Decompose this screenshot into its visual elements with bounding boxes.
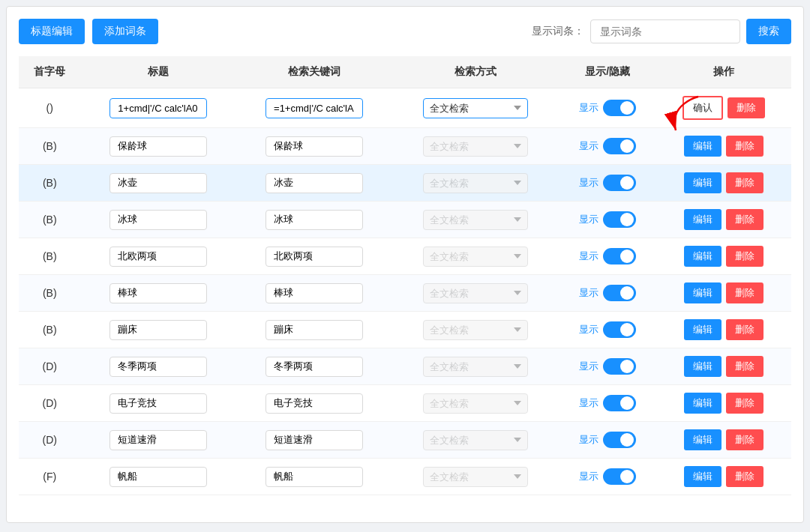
cell-ops: 编辑删除	[657, 385, 791, 422]
search-method-select[interactable]: 全文检索	[423, 393, 528, 414]
keyword-input[interactable]	[266, 98, 363, 118]
edit-button[interactable]: 编辑	[684, 466, 722, 487]
delete-button[interactable]: 删除	[728, 97, 765, 118]
toggle-switch[interactable]	[603, 211, 636, 228]
toggle-switch[interactable]	[603, 248, 636, 265]
title-input[interactable]	[110, 283, 207, 303]
search-method-select[interactable]: 全文检索	[423, 430, 528, 450]
cell-method: 全文检索	[392, 312, 559, 348]
title-input[interactable]	[110, 357, 207, 377]
search-method-select[interactable]: 全文检索	[423, 357, 528, 377]
edit-title-button[interactable]: 标题编辑	[19, 19, 85, 44]
table-row: ()全文检索显示确认删除	[19, 88, 791, 128]
cell-visibility: 显示	[559, 202, 657, 238]
title-input[interactable]	[110, 393, 207, 414]
search-method-select[interactable]: 全文检索	[423, 320, 528, 340]
delete-button[interactable]: 删除	[726, 136, 764, 157]
keyword-input[interactable]	[266, 467, 363, 487]
toggle-label: 显示	[579, 176, 598, 190]
toggle-switch[interactable]	[603, 138, 636, 154]
col-header-method: 检索方式	[392, 56, 559, 88]
edit-button[interactable]: 编辑	[684, 429, 722, 450]
col-header-ops: 操作	[657, 56, 791, 88]
search-input[interactable]	[590, 19, 740, 43]
toggle-slider	[603, 468, 636, 485]
search-method-select[interactable]: 全文检索	[423, 283, 528, 303]
delete-button[interactable]: 删除	[726, 319, 764, 340]
edit-button[interactable]: 编辑	[684, 209, 722, 230]
cell-keyword	[236, 88, 392, 128]
title-input[interactable]	[110, 430, 207, 450]
edit-button[interactable]: 编辑	[684, 393, 722, 414]
toggle-slider	[603, 321, 636, 338]
cell-letter: ()	[19, 88, 81, 128]
toggle-switch[interactable]	[603, 285, 636, 301]
title-input[interactable]	[110, 247, 207, 267]
title-input[interactable]	[110, 136, 207, 157]
cell-letter: (D)	[19, 385, 81, 422]
delete-button[interactable]: 删除	[726, 209, 764, 230]
edit-button[interactable]: 编辑	[684, 282, 722, 303]
keyword-input[interactable]	[266, 173, 363, 193]
delete-button[interactable]: 删除	[726, 356, 764, 377]
keyword-input[interactable]	[266, 247, 363, 267]
cell-ops: 编辑删除	[657, 422, 791, 459]
title-input[interactable]	[110, 210, 207, 230]
cell-method: 全文检索	[392, 238, 559, 275]
table-row: (B)全文检索显示编辑删除	[19, 275, 791, 312]
edit-button[interactable]: 编辑	[684, 246, 722, 267]
cell-method: 全文检索	[392, 348, 559, 385]
keyword-input[interactable]	[266, 136, 363, 157]
table-row: (B)全文检索显示编辑删除	[19, 312, 791, 348]
cell-method: 全文检索	[392, 422, 559, 459]
search-button[interactable]: 搜索	[746, 19, 791, 44]
delete-button[interactable]: 删除	[726, 429, 764, 450]
delete-button[interactable]: 删除	[726, 172, 764, 193]
delete-button[interactable]: 删除	[726, 246, 764, 267]
toggle-switch[interactable]	[603, 468, 636, 485]
delete-button[interactable]: 删除	[726, 282, 764, 303]
cell-title	[81, 385, 237, 422]
add-term-button[interactable]: 添加词条	[92, 19, 158, 44]
cell-visibility: 显示	[559, 312, 657, 348]
edit-button[interactable]: 编辑	[684, 356, 722, 377]
table-row: (B)全文检索显示编辑删除	[19, 202, 791, 238]
toggle-switch[interactable]	[603, 321, 636, 338]
keyword-input[interactable]	[266, 210, 363, 230]
title-input[interactable]	[110, 467, 207, 487]
edit-button[interactable]: 编辑	[684, 172, 722, 193]
toggle-slider	[603, 432, 636, 448]
ops-buttons: 编辑删除	[663, 282, 785, 303]
cell-ops: 编辑删除	[657, 275, 791, 312]
cell-ops: 编辑删除	[657, 128, 791, 165]
keyword-input[interactable]	[266, 430, 363, 450]
search-method-select[interactable]: 全文检索	[423, 247, 528, 267]
toggle-switch[interactable]	[603, 175, 636, 191]
toggle-switch[interactable]	[603, 100, 636, 116]
delete-button[interactable]: 删除	[726, 466, 764, 487]
search-method-select[interactable]: 全文检索	[423, 210, 528, 230]
confirm-button[interactable]: 确认	[682, 96, 723, 120]
delete-button[interactable]: 删除	[726, 393, 764, 414]
keyword-input[interactable]	[266, 357, 363, 377]
edit-button[interactable]: 编辑	[684, 319, 722, 340]
keyword-input[interactable]	[266, 393, 363, 414]
toggle-label: 显示	[579, 101, 598, 115]
search-method-select[interactable]: 全文检索	[423, 136, 528, 157]
toggle-slider	[603, 175, 636, 191]
keyword-input[interactable]	[266, 320, 363, 340]
cell-letter: (B)	[19, 165, 81, 202]
search-method-select[interactable]: 全文检索	[423, 173, 528, 193]
search-method-select[interactable]: 全文检索	[423, 467, 528, 487]
ops-buttons: 确认删除	[663, 96, 785, 120]
toggle-container: 显示	[579, 321, 636, 338]
toggle-switch[interactable]	[603, 432, 636, 448]
toggle-switch[interactable]	[603, 358, 636, 375]
toggle-switch[interactable]	[603, 395, 636, 411]
search-method-select[interactable]: 全文检索	[423, 98, 528, 118]
edit-button[interactable]: 编辑	[684, 136, 722, 157]
title-input[interactable]	[110, 320, 207, 340]
title-input[interactable]	[110, 173, 207, 193]
keyword-input[interactable]	[266, 283, 363, 303]
title-input[interactable]	[110, 98, 207, 118]
